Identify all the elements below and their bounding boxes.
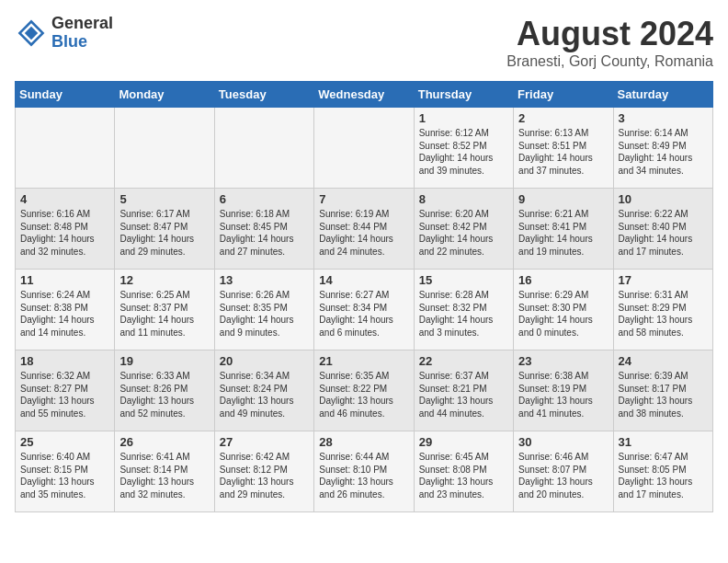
col-header-tuesday: Tuesday <box>214 82 313 108</box>
day-number: 22 <box>419 354 508 368</box>
month-title: August 2024 <box>506 15 713 53</box>
day-info: Sunrise: 6:22 AM Sunset: 8:40 PM Dayligh… <box>619 208 708 258</box>
day-info: Sunrise: 6:42 AM Sunset: 8:12 PM Dayligh… <box>220 451 309 500</box>
day-info: Sunrise: 6:26 AM Sunset: 8:35 PM Dayligh… <box>220 289 309 339</box>
day-cell <box>16 108 115 189</box>
day-cell: 16Sunrise: 6:29 AM Sunset: 8:30 PM Dayli… <box>514 270 613 350</box>
title-block: August 2024 Branesti, Gorj County, Roman… <box>506 15 713 70</box>
day-number: 18 <box>20 354 109 368</box>
day-number: 19 <box>119 354 209 368</box>
col-header-sunday: Sunday <box>16 82 115 108</box>
day-cell: 11Sunrise: 6:24 AM Sunset: 8:38 PM Dayli… <box>16 270 115 350</box>
day-cell: 20Sunrise: 6:34 AM Sunset: 8:24 PM Dayli… <box>214 350 313 431</box>
day-cell: 21Sunrise: 6:35 AM Sunset: 8:22 PM Dayli… <box>314 350 414 431</box>
day-info: Sunrise: 6:17 AM Sunset: 8:47 PM Dayligh… <box>119 208 209 258</box>
col-header-friday: Friday <box>514 82 613 108</box>
day-number: 4 <box>20 192 109 206</box>
day-cell: 19Sunrise: 6:33 AM Sunset: 8:26 PM Dayli… <box>115 350 214 431</box>
logo: General Blue <box>15 15 113 52</box>
day-cell: 5Sunrise: 6:17 AM Sunset: 8:47 PM Daylig… <box>115 189 214 270</box>
day-number: 26 <box>119 435 209 449</box>
day-info: Sunrise: 6:38 AM Sunset: 8:19 PM Dayligh… <box>518 370 608 419</box>
col-header-wednesday: Wednesday <box>314 82 414 108</box>
logo-text: General Blue <box>51 15 113 52</box>
day-info: Sunrise: 6:47 AM Sunset: 8:05 PM Dayligh… <box>619 451 708 500</box>
page-header: General Blue August 2024 Branesti, Gorj … <box>15 15 713 70</box>
day-cell: 17Sunrise: 6:31 AM Sunset: 8:29 PM Dayli… <box>613 270 712 350</box>
day-cell: 28Sunrise: 6:44 AM Sunset: 8:10 PM Dayli… <box>314 431 414 512</box>
day-info: Sunrise: 6:33 AM Sunset: 8:26 PM Dayligh… <box>119 370 209 419</box>
day-number: 17 <box>619 273 708 287</box>
day-number: 28 <box>319 435 408 449</box>
day-number: 30 <box>518 435 608 449</box>
day-info: Sunrise: 6:20 AM Sunset: 8:42 PM Dayligh… <box>419 208 508 258</box>
day-number: 8 <box>419 192 508 206</box>
day-cell: 8Sunrise: 6:20 AM Sunset: 8:42 PM Daylig… <box>414 189 513 270</box>
week-row-5: 25Sunrise: 6:40 AM Sunset: 8:15 PM Dayli… <box>16 431 713 512</box>
day-info: Sunrise: 6:24 AM Sunset: 8:38 PM Dayligh… <box>20 289 109 339</box>
day-cell <box>115 108 214 189</box>
day-number: 21 <box>319 354 408 368</box>
calendar-table: SundayMondayTuesdayWednesdayThursdayFrid… <box>15 81 713 512</box>
day-info: Sunrise: 6:44 AM Sunset: 8:10 PM Dayligh… <box>319 451 408 500</box>
day-info: Sunrise: 6:40 AM Sunset: 8:15 PM Dayligh… <box>20 451 109 500</box>
logo-blue: Blue <box>51 33 113 52</box>
day-cell: 27Sunrise: 6:42 AM Sunset: 8:12 PM Dayli… <box>214 431 313 512</box>
day-cell: 14Sunrise: 6:27 AM Sunset: 8:34 PM Dayli… <box>314 270 414 350</box>
day-cell: 12Sunrise: 6:25 AM Sunset: 8:37 PM Dayli… <box>115 270 214 350</box>
day-number: 12 <box>119 273 209 287</box>
day-cell: 26Sunrise: 6:41 AM Sunset: 8:14 PM Dayli… <box>115 431 214 512</box>
day-number: 10 <box>619 192 708 206</box>
day-info: Sunrise: 6:35 AM Sunset: 8:22 PM Dayligh… <box>319 370 408 419</box>
day-info: Sunrise: 6:41 AM Sunset: 8:14 PM Dayligh… <box>119 451 209 500</box>
day-cell: 30Sunrise: 6:46 AM Sunset: 8:07 PM Dayli… <box>514 431 613 512</box>
day-info: Sunrise: 6:39 AM Sunset: 8:17 PM Dayligh… <box>619 370 708 419</box>
week-row-2: 4Sunrise: 6:16 AM Sunset: 8:48 PM Daylig… <box>16 189 713 270</box>
day-info: Sunrise: 6:29 AM Sunset: 8:30 PM Dayligh… <box>518 289 608 339</box>
day-number: 3 <box>619 111 708 125</box>
day-cell: 3Sunrise: 6:14 AM Sunset: 8:49 PM Daylig… <box>613 108 712 189</box>
day-info: Sunrise: 6:25 AM Sunset: 8:37 PM Dayligh… <box>119 289 209 339</box>
col-header-saturday: Saturday <box>613 82 712 108</box>
day-cell: 23Sunrise: 6:38 AM Sunset: 8:19 PM Dayli… <box>514 350 613 431</box>
logo-icon <box>15 17 48 50</box>
day-cell: 6Sunrise: 6:18 AM Sunset: 8:45 PM Daylig… <box>214 189 313 270</box>
day-number: 1 <box>419 111 508 125</box>
day-cell: 18Sunrise: 6:32 AM Sunset: 8:27 PM Dayli… <box>16 350 115 431</box>
day-cell: 1Sunrise: 6:12 AM Sunset: 8:52 PM Daylig… <box>414 108 513 189</box>
day-number: 23 <box>518 354 608 368</box>
day-cell <box>214 108 313 189</box>
day-number: 16 <box>518 273 608 287</box>
day-cell: 4Sunrise: 6:16 AM Sunset: 8:48 PM Daylig… <box>16 189 115 270</box>
day-info: Sunrise: 6:34 AM Sunset: 8:24 PM Dayligh… <box>220 370 309 419</box>
col-header-monday: Monday <box>115 82 214 108</box>
day-info: Sunrise: 6:13 AM Sunset: 8:51 PM Dayligh… <box>518 127 608 177</box>
day-number: 24 <box>619 354 708 368</box>
day-info: Sunrise: 6:28 AM Sunset: 8:32 PM Dayligh… <box>419 289 508 339</box>
day-cell: 7Sunrise: 6:19 AM Sunset: 8:44 PM Daylig… <box>314 189 414 270</box>
day-cell <box>314 108 414 189</box>
day-info: Sunrise: 6:45 AM Sunset: 8:08 PM Dayligh… <box>419 451 508 500</box>
day-cell: 25Sunrise: 6:40 AM Sunset: 8:15 PM Dayli… <box>16 431 115 512</box>
day-number: 15 <box>419 273 508 287</box>
day-number: 20 <box>220 354 309 368</box>
day-number: 27 <box>220 435 309 449</box>
day-number: 5 <box>119 192 209 206</box>
location-subtitle: Branesti, Gorj County, Romania <box>506 53 713 70</box>
day-number: 6 <box>220 192 309 206</box>
day-number: 31 <box>619 435 708 449</box>
col-header-thursday: Thursday <box>414 82 513 108</box>
day-cell: 13Sunrise: 6:26 AM Sunset: 8:35 PM Dayli… <box>214 270 313 350</box>
day-number: 2 <box>518 111 608 125</box>
day-cell: 10Sunrise: 6:22 AM Sunset: 8:40 PM Dayli… <box>613 189 712 270</box>
day-cell: 31Sunrise: 6:47 AM Sunset: 8:05 PM Dayli… <box>613 431 712 512</box>
day-info: Sunrise: 6:37 AM Sunset: 8:21 PM Dayligh… <box>419 370 508 419</box>
logo-general: General <box>51 15 113 33</box>
day-info: Sunrise: 6:32 AM Sunset: 8:27 PM Dayligh… <box>20 370 109 419</box>
day-number: 14 <box>319 273 408 287</box>
day-cell: 9Sunrise: 6:21 AM Sunset: 8:41 PM Daylig… <box>514 189 613 270</box>
week-row-3: 11Sunrise: 6:24 AM Sunset: 8:38 PM Dayli… <box>16 270 713 350</box>
day-info: Sunrise: 6:21 AM Sunset: 8:41 PM Dayligh… <box>518 208 608 258</box>
day-info: Sunrise: 6:27 AM Sunset: 8:34 PM Dayligh… <box>319 289 408 339</box>
header-row: SundayMondayTuesdayWednesdayThursdayFrid… <box>16 82 713 108</box>
